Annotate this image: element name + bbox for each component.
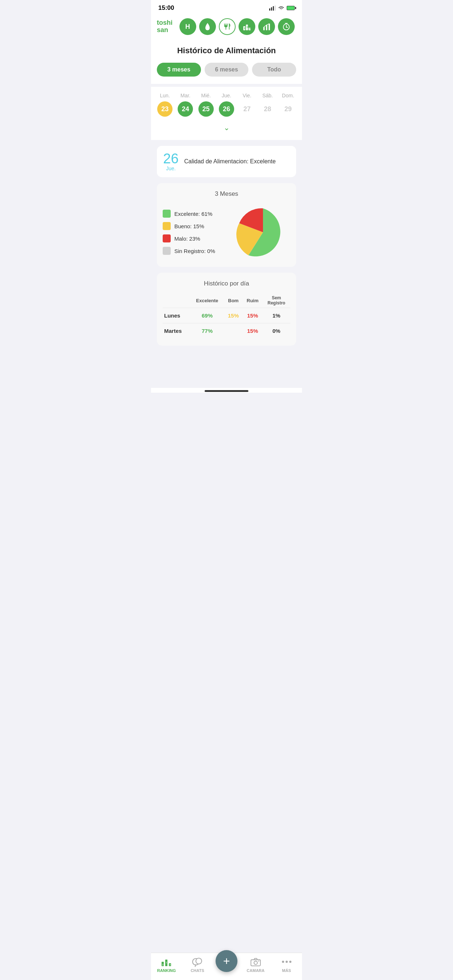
top-nav-icons: H [179,18,296,35]
day-number-25: 25 [198,101,214,117]
day-col-jue[interactable]: Jue. 26 [217,92,236,117]
period-selector: 3 meses 6 meses Todo [151,63,302,84]
nav-ranking-button[interactable]: 2 1 3 [239,18,255,35]
legend-bueno: Bueno: 15% [163,222,230,230]
day-label-vie: Vie. [242,92,251,99]
table-row: Martes 77% 15% 0% [163,323,290,339]
day-number-26: 26 [219,101,234,117]
calendar-section: Lun. 23 Mar. 24 Mié. 25 Jue. 26 Vie. 27 … [151,87,302,140]
col-header-sem: SemRegistro [263,293,290,308]
row-martes-sem: 0% [263,323,290,339]
col-header-ruim: Ruim [242,293,262,308]
day-col-lun[interactable]: Lun. 23 [156,92,174,117]
legend-label-malo: Malo: 23% [174,235,200,242]
date-day: Jue. [163,165,179,171]
home-bar [205,390,248,392]
period-todo-button[interactable]: Todo [252,63,296,76]
timer-icon [282,22,290,30]
legend-label-sin: Sin Registro: 0% [174,248,215,254]
legend-color-sin [163,247,171,255]
svg-rect-13 [266,25,267,30]
day-number-24: 24 [178,101,193,117]
day-label-lun: Lun. [160,92,170,99]
chart-legend: Excelente: 61% Bueno: 15% Malo: 23% Sin … [163,210,230,255]
date-number: 26 [163,152,179,165]
water-drop-icon [204,22,211,31]
detail-section: 26 Jue. Calidad de Alimentacion: Excelen… [151,140,302,352]
table-row: Lunes 69% 15% 15% 1% [163,308,290,323]
page-title: Histórico de Alimentación [158,46,295,56]
day-label-jue: Jue. [222,92,231,99]
day-label-mar: Mar. [180,92,190,99]
legend-malo: Malo: 23% [163,234,230,242]
status-icons [269,5,295,11]
week-days: Lun. 23 Mar. 24 Mié. 25 Jue. 26 Vie. 27 … [155,92,298,117]
period-6meses-button[interactable]: 6 meses [205,63,249,76]
svg-rect-2 [273,6,274,11]
nav-timer-button[interactable] [278,18,295,35]
svg-text:2: 2 [244,27,246,30]
battery-icon [287,6,295,10]
day-label-mie: Mié. [201,92,211,99]
svg-text:H: H [185,23,190,30]
status-bar: 15:00 [151,0,302,14]
col-header-day [163,293,190,308]
home-indicator [151,388,302,393]
row-lunes-sem: 1% [263,308,290,323]
chart-content: Excelente: 61% Bueno: 15% Malo: 23% Sin … [163,205,290,259]
day-number-27: 27 [239,101,255,117]
svg-text:1: 1 [247,25,248,28]
legend-sin-registro: Sin Registro: 0% [163,247,230,255]
svg-rect-12 [263,27,265,30]
legend-color-malo [163,234,171,242]
period-3meses-button[interactable]: 3 meses [157,63,201,76]
quality-card: 26 Jue. Calidad de Alimentacion: Excelen… [157,146,296,177]
data-table: Excelente Bom Ruim SemRegistro Lunes 69%… [163,293,290,338]
chart-container: 3 Meses Excelente: 61% Bueno: 15% Malo: … [157,183,296,267]
signal-icon [269,5,276,11]
col-header-excelente: Excelente [190,293,224,308]
nav-hydration-button[interactable]: H [179,18,196,35]
day-col-mar[interactable]: Mar. 24 [176,92,195,117]
legend-color-excelente [163,210,171,218]
app-header: toshi san H [151,14,302,40]
day-col-mie[interactable]: Mié. 25 [197,92,215,117]
legend-label-excelente: Excelente: 61% [174,211,212,217]
svg-rect-14 [268,24,270,30]
day-col-sab[interactable]: Sáb. 28 [258,92,277,117]
row-day-martes: Martes [163,323,190,339]
row-martes-excelente: 77% [190,323,224,339]
nav-food-button[interactable] [219,18,236,35]
food-icon [223,22,231,30]
table-title: Histórico por día [163,280,290,287]
day-number-28: 28 [260,101,275,117]
day-number-23: 23 [157,101,172,117]
chevron-down-icon[interactable]: ⌄ [155,121,298,137]
status-time: 15:00 [158,5,174,12]
row-martes-ruim: 15% [242,323,262,339]
row-day-lunes: Lunes [163,308,190,323]
detail-header: 26 Jue. Calidad de Alimentacion: Excelen… [157,146,296,177]
app-logo: toshi san [157,19,175,34]
col-header-bom: Bom [224,293,242,308]
legend-label-bueno: Bueno: 15% [174,223,204,229]
day-col-vie[interactable]: Vie. 27 [238,92,256,117]
svg-rect-0 [269,8,270,11]
svg-rect-3 [274,5,276,11]
table-header-row: Excelente Bom Ruim SemRegistro [163,293,290,308]
row-lunes-bom: 15% [224,308,242,323]
legend-excelente: Excelente: 61% [163,210,230,218]
podium-icon: 2 1 3 [243,23,251,30]
nav-water-button[interactable] [199,18,216,35]
nav-chart-button[interactable] [258,18,275,35]
page-title-section: Histórico de Alimentación [151,40,302,63]
table-section: Histórico por día Excelente Bom Ruim Sem… [157,273,296,345]
day-col-dom[interactable]: Dom. 29 [279,92,297,117]
day-label-dom: Dom. [282,92,294,99]
pie-chart [236,205,290,259]
row-lunes-ruim: 15% [242,308,262,323]
h-icon: H [184,22,192,30]
legend-color-bueno [163,222,171,230]
day-label-sab: Sáb. [262,92,273,99]
date-block: 26 Jue. [163,152,179,171]
